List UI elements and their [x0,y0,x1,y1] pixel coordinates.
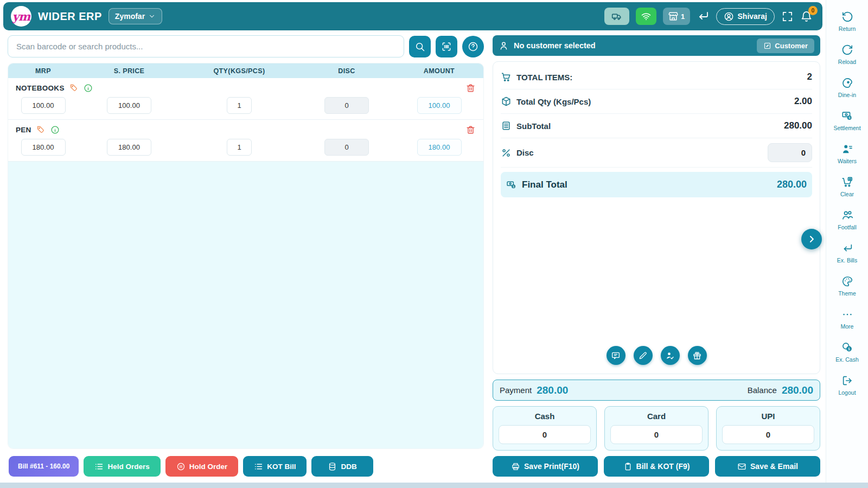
upi-amount-input[interactable] [722,425,814,444]
table-header: MRP S. PRICE QTY(KGS/PCS) DISC AMOUNT [8,63,483,78]
sidebar-item-ex-cash[interactable]: $ Ex. Cash [826,338,868,365]
barcode-scan-button[interactable] [436,36,457,57]
delete-row-button[interactable] [465,125,476,135]
info-icon[interactable] [84,84,93,93]
qty-input[interactable] [227,139,252,156]
gift-button[interactable] [688,346,707,365]
sidebar-item-waiters[interactable]: Waiters [826,140,868,167]
sidebar-item-logout[interactable]: Logout [826,371,868,399]
payment-value: 280.00 [537,384,568,396]
amount-input[interactable] [417,139,462,156]
payment-method-card[interactable]: Card [604,406,709,451]
total-items-label: TOTAL ITEMS: [516,73,572,82]
amount-input[interactable] [417,97,462,114]
edit-bill-button[interactable] [634,346,653,365]
bottom-scrollbar-strip[interactable] [0,483,868,488]
balance-value: 280.00 [782,384,813,396]
save-email-button[interactable]: Save & Email [715,456,820,477]
qty-input[interactable] [227,97,252,114]
sidebar-item-theme[interactable]: Theme [826,272,868,299]
sprice-input[interactable] [107,97,151,114]
sprice-input[interactable] [107,139,151,156]
ddb-button[interactable]: DDB [311,456,373,477]
total-qty-value: 2.00 [794,96,812,107]
sidebar-item-label: Dine-in [838,92,856,98]
sidebar-item-label: More [841,323,854,330]
info-icon[interactable] [50,125,60,134]
kot-bill-button[interactable]: KOT Bill [243,456,307,477]
mrp-input[interactable] [21,97,66,114]
product-name-line: PEN [8,124,483,139]
bill-kot-label: Bill & KOT (F9) [636,462,690,471]
search-input[interactable] [8,35,404,57]
main-column: ym WIDER ERP Zymofar [0,0,826,483]
bill-kot-button[interactable]: Bill & KOT (F9) [604,456,709,477]
delivery-truck-button[interactable] [604,8,629,25]
cash-label: Cash [499,412,591,421]
total-items-row: TOTAL ITEMS: 2 [501,65,812,89]
wifi-status-button[interactable] [636,8,656,25]
sidebar-item-dine-in[interactable]: Dine-in [826,74,868,101]
payment-method-cash[interactable]: Cash [493,406,597,451]
notifications-button[interactable]: 0 [800,10,813,23]
sidebar-item-reload[interactable]: Reload [826,41,868,68]
mrp-input[interactable] [21,139,66,156]
tag-icon[interactable] [36,125,46,134]
col-header-sprice: S. PRICE [78,67,180,75]
assign-waiter-button[interactable] [661,346,680,365]
collapse-panel-button[interactable] [801,229,822,249]
sidebar-item-settlement[interactable]: $ Settlement [826,107,868,134]
fullscreen-button[interactable] [781,10,794,23]
sidebar-item-more[interactable]: More [826,305,868,332]
disc-input[interactable] [324,139,369,156]
card-label: Card [610,412,703,421]
disc-input[interactable] [324,97,369,114]
payment-method-upi[interactable]: UPI [716,406,820,451]
comment-icon [611,351,621,361]
discount-percent-input[interactable] [768,143,812,162]
held-orders-button[interactable]: Held Orders [84,456,160,477]
content-area: MRP S. PRICE QTY(KGS/PCS) DISC AMOUNT NO… [3,30,826,483]
pencil-icon [638,351,648,361]
store-selector-dropdown[interactable]: Zymofar [108,8,162,24]
sidebar-item-label: Clear [840,191,854,197]
money-icon: $ [506,179,517,190]
product-table: MRP S. PRICE QTY(KGS/PCS) DISC AMOUNT NO… [8,63,484,449]
tag-icon[interactable] [69,84,79,93]
col-header-qty: QTY(KGS/PCS) [180,67,298,75]
store-count-button[interactable]: 1 [663,8,690,25]
bill-note-button[interactable] [607,346,626,365]
coins-icon: $ [841,342,853,354]
brand-logo-text: ym [12,10,30,23]
delete-row-button[interactable] [465,83,476,93]
final-total-row: $ Final Total 280.00 [501,172,812,197]
sidebar-item-label: Settlement [833,125,860,131]
last-bill-button[interactable]: Bill #611 - 160.00 [9,456,79,477]
sidebar-item-label: Return [839,25,856,32]
subtotal-label: SubTotal [516,121,551,131]
sidebar-item-ex-bills[interactable]: Ex. Bills [826,239,868,266]
brand-logo: ym [11,6,31,27]
header-actions: 1 Shivaraj [604,8,815,25]
enter-key-button[interactable] [697,10,710,23]
user-profile-button[interactable]: Shivaraj [716,8,775,25]
notification-count-badge: 0 [808,6,818,15]
sidebar-item-return[interactable]: Return [826,8,868,35]
hold-order-button[interactable]: Hold Order [165,456,239,477]
brand-title: WIDER ERP [38,10,102,23]
table-row: NOTEBOOKS [8,78,483,120]
envelope-icon [737,462,746,471]
card-amount-input[interactable] [610,425,703,444]
sidebar-item-label: Waiters [838,158,857,164]
sidebar-item-clear[interactable]: Clear [826,173,868,200]
sidebar-item-label: Reload [838,59,856,65]
help-button[interactable] [462,36,484,57]
save-print-button[interactable]: Save Print(F10) [493,456,598,477]
col-header-mrp: MRP [8,67,78,75]
sidebar-item-footfall[interactable]: Footfall [826,206,868,233]
select-customer-button[interactable]: Customer [757,38,814,53]
search-button[interactable] [409,36,431,57]
cash-amount-input[interactable] [499,425,591,444]
gift-icon [692,351,702,361]
product-name-line: NOTEBOOKS [8,82,483,97]
